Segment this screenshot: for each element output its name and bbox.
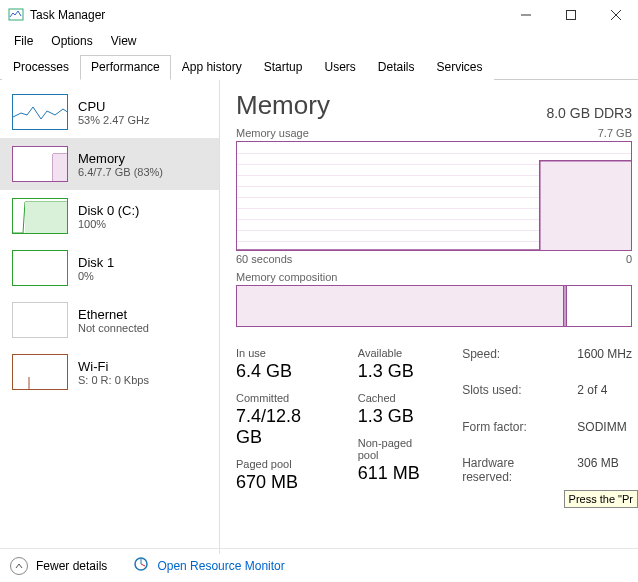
resource-monitor-icon <box>133 556 149 575</box>
comp-free <box>567 286 631 326</box>
tooltip-truncated: Press the "Pr <box>564 490 638 508</box>
speed-key: Speed: <box>462 347 563 380</box>
sidebar-item-sub: Not connected <box>78 322 149 334</box>
sidebar-item-ethernet[interactable]: Ethernet Not connected <box>0 294 219 346</box>
form-key: Form factor: <box>462 420 563 453</box>
slots-value: 2 of 4 <box>577 383 632 416</box>
tab-startup[interactable]: Startup <box>253 55 314 80</box>
window-controls <box>503 0 638 30</box>
cpu-thumb <box>12 94 68 130</box>
sidebar-item-label: Memory <box>78 151 163 166</box>
committed-value: 7.4/12.8 GB <box>236 406 330 448</box>
paged-label: Paged pool <box>236 458 330 470</box>
close-button[interactable] <box>593 0 638 30</box>
sidebar-item-disk1[interactable]: Disk 1 0% <box>0 242 219 294</box>
tabstrip: Processes Performance App history Startu… <box>0 54 638 80</box>
nonpaged-value: 611 MB <box>358 463 434 484</box>
usage-chart-max: 7.7 GB <box>598 127 632 139</box>
tab-details[interactable]: Details <box>367 55 426 80</box>
time-left-label: 60 seconds <box>236 253 292 265</box>
memory-usage-chart <box>236 141 632 251</box>
disk1-thumb <box>12 250 68 286</box>
minimize-button[interactable] <box>503 0 548 30</box>
available-value: 1.3 GB <box>358 361 434 382</box>
menu-file[interactable]: File <box>6 32 41 50</box>
svg-line-13 <box>141 564 145 566</box>
fewer-details-button[interactable]: Fewer details <box>36 559 107 573</box>
menu-view[interactable]: View <box>103 32 145 50</box>
sidebar-item-sub: S: 0 R: 0 Kbps <box>78 374 149 386</box>
cached-value: 1.3 GB <box>358 406 434 427</box>
sidebar-item-label: Wi-Fi <box>78 359 149 374</box>
content-area: CPU 53% 2.47 GHz Memory 6.4/7.7 GB (83%)… <box>0 80 638 554</box>
sidebar-item-sub: 0% <box>78 270 114 282</box>
available-label: Available <box>358 347 434 359</box>
menubar: File Options View <box>0 30 638 54</box>
sidebar-item-sub: 53% 2.47 GHz <box>78 114 150 126</box>
tab-users[interactable]: Users <box>313 55 366 80</box>
form-value: SODIMM <box>577 420 632 453</box>
window-title: Task Manager <box>30 8 503 22</box>
svg-marker-6 <box>25 202 68 234</box>
sidebar-item-disk0[interactable]: Disk 0 (C:) 100% <box>0 190 219 242</box>
chevron-up-icon[interactable] <box>10 557 28 575</box>
svg-rect-2 <box>566 11 575 20</box>
disk0-thumb <box>12 198 68 234</box>
sidebar-item-sub: 6.4/7.7 GB (83%) <box>78 166 163 178</box>
capacity-label: 8.0 GB DDR3 <box>546 105 632 121</box>
nonpaged-label: Non-paged pool <box>358 437 434 461</box>
sidebar-item-label: CPU <box>78 99 150 114</box>
speed-value: 1600 MHz <box>577 347 632 380</box>
hardware-info: Speed: 1600 MHz Slots used: 2 of 4 Form … <box>462 347 632 503</box>
usage-chart-label: Memory usage <box>236 127 309 139</box>
menu-options[interactable]: Options <box>43 32 100 50</box>
wifi-thumb <box>12 354 68 390</box>
ethernet-thumb <box>12 302 68 338</box>
in-use-value: 6.4 GB <box>236 361 330 382</box>
sidebar: CPU 53% 2.47 GHz Memory 6.4/7.7 GB (83%)… <box>0 80 220 554</box>
tab-processes[interactable]: Processes <box>2 55 80 80</box>
tab-app-history[interactable]: App history <box>171 55 253 80</box>
sidebar-item-wifi[interactable]: Wi-Fi S: 0 R: 0 Kbps <box>0 346 219 398</box>
hres-key: Hardware reserved: <box>462 456 563 503</box>
cached-label: Cached <box>358 392 434 404</box>
comp-in-use <box>237 286 564 326</box>
open-resource-monitor-link[interactable]: Open Resource Monitor <box>157 559 284 573</box>
sidebar-item-label: Ethernet <box>78 307 149 322</box>
sidebar-item-memory[interactable]: Memory 6.4/7.7 GB (83%) <box>0 138 219 190</box>
sidebar-item-sub: 100% <box>78 218 139 230</box>
svg-rect-5 <box>53 154 68 182</box>
slots-key: Slots used: <box>462 383 563 416</box>
footer: Fewer details Open Resource Monitor <box>0 548 638 582</box>
memory-thumb <box>12 146 68 182</box>
titlebar: Task Manager <box>0 0 638 30</box>
tab-services[interactable]: Services <box>426 55 494 80</box>
sidebar-item-label: Disk 1 <box>78 255 114 270</box>
main-panel: Memory 8.0 GB DDR3 Memory usage 7.7 GB 6… <box>220 80 638 554</box>
memory-composition-chart <box>236 285 632 327</box>
maximize-button[interactable] <box>548 0 593 30</box>
svg-marker-10 <box>540 161 631 250</box>
in-use-label: In use <box>236 347 330 359</box>
tab-performance[interactable]: Performance <box>80 55 171 80</box>
time-right-label: 0 <box>626 253 632 265</box>
app-icon <box>8 7 24 23</box>
page-title: Memory <box>236 90 330 121</box>
stats-grid: In use 6.4 GB Committed 7.4/12.8 GB Page… <box>236 347 632 503</box>
committed-label: Committed <box>236 392 330 404</box>
paged-value: 670 MB <box>236 472 330 493</box>
sidebar-item-label: Disk 0 (C:) <box>78 203 139 218</box>
sidebar-item-cpu[interactable]: CPU 53% 2.47 GHz <box>0 86 219 138</box>
composition-label: Memory composition <box>236 271 337 283</box>
